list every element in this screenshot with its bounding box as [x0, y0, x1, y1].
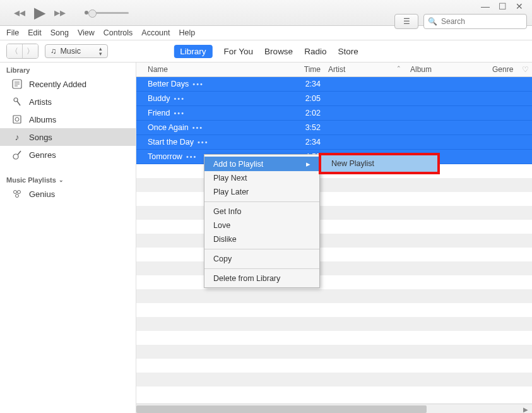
chevron-updown-icon: ▴▾ — [99, 46, 102, 56]
col-album[interactable]: Album — [406, 65, 488, 74]
menu-controls[interactable]: Controls — [103, 28, 133, 37]
nav-row: 〈 〉 ♫ Music ▴▾ Library For You Browse Ra… — [0, 40, 532, 63]
sidebar-library-header: Library — [0, 63, 136, 75]
column-headers: Name Time Artist ⌃ Album Genre ♡ — [136, 63, 532, 77]
tab-radio[interactable]: Radio — [304, 47, 326, 56]
table-row[interactable]: Buddy••• 2:05 — [136, 92, 532, 106]
sidebar-item-genres[interactable]: Genres — [0, 146, 136, 164]
col-artist[interactable]: Artist ⌃ — [324, 65, 406, 74]
svg-point-8 — [13, 154, 18, 159]
col-name[interactable]: Name — [136, 65, 293, 74]
more-icon[interactable]: ••• — [198, 138, 209, 146]
sidebar-item-recently-added[interactable]: Recently Added — [0, 75, 136, 93]
ctx-dislike[interactable]: Dislike — [204, 232, 319, 246]
tab-browse[interactable]: Browse — [264, 47, 293, 56]
sidebar-item-albums[interactable]: Albums — [0, 111, 136, 128]
more-icon[interactable]: ••• — [192, 124, 204, 131]
ctx-love[interactable]: Love — [204, 218, 319, 232]
empty-row — [136, 331, 532, 345]
menu-file[interactable]: File — [6, 28, 19, 37]
empty-row — [136, 303, 532, 317]
ctx-play-later[interactable]: Play Later — [204, 185, 319, 199]
previous-icon[interactable]: ◂◂ — [14, 6, 25, 20]
guitar-icon — [11, 149, 23, 160]
sidebar-item-genius[interactable]: Genius — [0, 185, 136, 203]
search-field[interactable] — [440, 16, 523, 27]
search-input[interactable]: 🔍 — [423, 14, 527, 29]
svg-rect-6 — [13, 116, 21, 123]
minimize-icon[interactable]: — — [481, 3, 490, 10]
empty-row — [136, 178, 532, 192]
more-icon[interactable]: ••• — [174, 109, 185, 117]
tab-store[interactable]: Store — [338, 47, 358, 56]
list-view-button[interactable]: ☰ — [394, 14, 418, 29]
table-row[interactable]: Once Again••• 3:52 — [136, 121, 532, 135]
chevron-right-icon: ▸ — [306, 159, 310, 169]
tab-library[interactable]: Library — [174, 45, 212, 58]
tab-foryou[interactable]: For You — [224, 47, 254, 56]
menu-account[interactable]: Account — [141, 28, 170, 37]
volume-slider[interactable] — [85, 11, 129, 15]
table-row[interactable]: Start the Day••• 2:34 — [136, 135, 532, 150]
table-row[interactable]: Friend••• 2:02 — [136, 106, 532, 121]
svg-line-9 — [18, 151, 21, 155]
menu-view[interactable]: View — [78, 28, 95, 37]
sidebar-item-label: Genius — [29, 189, 55, 199]
menu-edit[interactable]: Edit — [28, 28, 42, 37]
more-icon[interactable]: ••• — [186, 153, 198, 160]
sidebar-item-songs[interactable]: ♪ Songs — [0, 128, 136, 146]
sidebar-item-label: Genres — [29, 150, 56, 160]
sidebar-item-artists[interactable]: Artists — [0, 93, 136, 111]
col-genre[interactable]: Genre — [488, 65, 518, 74]
horizontal-scrollbar[interactable]: ▶ — [136, 404, 532, 413]
empty-row — [136, 234, 532, 248]
ctx-get-info[interactable]: Get Info — [204, 205, 319, 218]
empty-row — [136, 386, 532, 400]
ctx-separator — [204, 249, 319, 249]
clock-icon — [11, 78, 23, 90]
nav-backforward: 〈 〉 — [6, 44, 38, 59]
more-icon[interactable]: ••• — [192, 80, 204, 88]
titlebar: ◂◂ ▶ ▸▸ — ☐ ✕ ☰ 🔍 — [0, 0, 532, 26]
forward-button[interactable]: 〉 — [23, 44, 38, 58]
sidebar: Library Recently Added Artists Albums ♪ … — [0, 63, 136, 413]
col-heart-icon[interactable]: ♡ — [518, 65, 532, 74]
album-icon — [11, 114, 23, 125]
scroll-right-icon[interactable]: ▶ — [520, 404, 531, 413]
song-rows: Better Days••• 2:34 Buddy••• 2:05 Friend… — [136, 77, 532, 404]
back-button[interactable]: 〈 — [7, 44, 23, 58]
sidebar-playlists-header[interactable]: Music Playlists ⌄ — [0, 172, 136, 185]
sidebar-item-label: Artists — [29, 97, 52, 107]
context-menu: Add to Playlist ▸ Play Next Play Later G… — [204, 154, 320, 288]
tabs: Library For You Browse Radio Store — [174, 45, 358, 58]
play-icon[interactable]: ▶ — [34, 4, 45, 21]
submenu-new-playlist[interactable]: New Playlist — [319, 153, 440, 174]
maximize-icon[interactable]: ☐ — [499, 3, 507, 10]
ctx-separator — [204, 201, 319, 202]
content: Name Time Artist ⌃ Album Genre ♡ Better … — [136, 63, 532, 413]
menu-song[interactable]: Song — [50, 28, 69, 37]
col-time[interactable]: Time — [293, 65, 324, 74]
playback-controls: ◂◂ ▶ ▸▸ — [0, 4, 129, 21]
window-controls: — ☐ ✕ — [481, 3, 527, 13]
empty-row — [136, 317, 532, 331]
source-select[interactable]: ♫ Music ▴▾ — [45, 44, 108, 58]
ctx-add-to-playlist[interactable]: Add to Playlist ▸ — [204, 157, 319, 171]
empty-row — [136, 359, 532, 373]
ctx-play-next[interactable]: Play Next — [204, 171, 319, 185]
music-note-icon: ♫ — [50, 47, 56, 56]
empty-row — [136, 345, 532, 359]
sidebar-item-label: Recently Added — [29, 80, 86, 89]
scrollbar-thumb[interactable] — [136, 405, 427, 413]
ctx-delete[interactable]: Delete from Library — [204, 272, 319, 285]
sort-asc-icon: ⌃ — [396, 65, 401, 71]
sidebar-item-label: Albums — [29, 115, 56, 124]
empty-row — [136, 373, 532, 386]
more-icon[interactable]: ••• — [174, 95, 185, 102]
next-icon[interactable]: ▸▸ — [54, 6, 66, 20]
menu-help[interactable]: Help — [179, 28, 196, 37]
note-icon: ♪ — [11, 131, 23, 143]
close-icon[interactable]: ✕ — [516, 3, 523, 10]
table-row[interactable]: Better Days••• 2:34 — [136, 77, 532, 92]
ctx-copy[interactable]: Copy — [204, 252, 319, 266]
